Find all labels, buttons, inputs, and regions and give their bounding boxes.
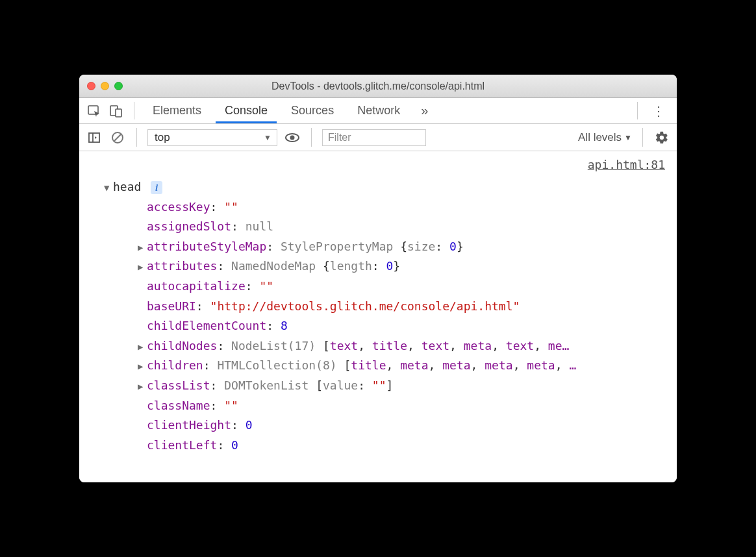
titlebar: DevTools - devtools.glitch.me/console/ap… [79, 75, 677, 98]
clear-console-icon[interactable] [109, 129, 126, 146]
filter-input[interactable] [322, 129, 426, 146]
property-key: baseURI [147, 299, 196, 313]
console-output[interactable]: api.html:81 ▼head i accessKey: ""assigne… [79, 151, 677, 482]
property-row[interactable]: childElementCount: 8 [87, 316, 669, 336]
tab-sources[interactable]: Sources [282, 98, 343, 123]
disclosure-triangle-icon[interactable]: ▶ [138, 340, 147, 355]
window-title: DevTools - devtools.glitch.me/console/ap… [79, 80, 677, 92]
devtools-tabbar: Elements Console Sources Network » ⋮ [79, 98, 677, 124]
object-root: ▼head i accessKey: ""assignedSlot: null▶… [87, 177, 669, 455]
close-window-button[interactable] [87, 82, 95, 90]
property-key: assignedSlot [147, 219, 231, 233]
divider [642, 128, 643, 147]
maximize-window-button[interactable] [114, 82, 123, 90]
property-row[interactable]: ▶attributeStyleMap: StylePropertyMap {si… [87, 237, 669, 257]
divider [136, 128, 137, 147]
console-sidebar-toggle-icon[interactable] [86, 129, 103, 146]
log-levels-selector[interactable]: All levels ▼ [578, 131, 632, 144]
property-key: childElementCount [147, 319, 266, 332]
property-key: attributes [147, 259, 217, 273]
property-key: childNodes [147, 339, 217, 353]
property-row[interactable]: assignedSlot: null [87, 217, 669, 237]
property-row[interactable]: accessKey: "" [87, 197, 669, 217]
device-toolbar-icon[interactable] [108, 103, 125, 119]
console-toolbar: top ▼ All levels ▼ [79, 124, 677, 151]
object-name: head [113, 180, 141, 193]
disclosure-triangle-icon[interactable]: ▶ [138, 359, 147, 375]
object-properties: accessKey: ""assignedSlot: null▶attribut… [87, 197, 669, 456]
minimize-window-button[interactable] [101, 82, 109, 90]
property-key: clientHeight [147, 418, 231, 432]
property-value: 0 [231, 438, 238, 452]
context-value: top [155, 131, 170, 144]
property-value: "" [224, 399, 238, 412]
source-link[interactable]: api.html:81 [588, 155, 665, 175]
levels-label: All levels [578, 131, 622, 144]
property-key: accessKey [147, 200, 210, 214]
property-value: 8 [281, 319, 288, 332]
disclosure-triangle-icon[interactable]: ▶ [138, 379, 147, 395]
svg-rect-2 [116, 109, 121, 117]
tab-console[interactable]: Console [216, 98, 277, 123]
chevron-down-icon: ▼ [264, 133, 271, 142]
svg-point-8 [290, 135, 295, 140]
property-value: 0 [246, 418, 253, 432]
inspect-element-icon[interactable] [86, 103, 103, 119]
chevron-down-icon: ▼ [624, 133, 632, 142]
disclosure-triangle-icon[interactable]: ▶ [138, 240, 147, 256]
property-key: autocapitalize [147, 279, 246, 293]
property-row[interactable]: baseURI: "http://devtools.glitch.me/cons… [87, 297, 669, 317]
divider [134, 102, 134, 119]
devtools-window: DevTools - devtools.glitch.me/console/ap… [79, 75, 677, 482]
svg-line-6 [114, 134, 121, 141]
property-row[interactable]: autocapitalize: "" [87, 277, 669, 297]
property-key: className [147, 399, 210, 412]
tabs-overflow-button[interactable]: » [414, 103, 435, 118]
console-settings-icon[interactable] [653, 129, 670, 146]
property-key: attributeStyleMap [147, 240, 266, 253]
property-row[interactable]: ▶childNodes: NodeList(17) [text, title, … [87, 336, 669, 356]
disclosure-triangle-icon[interactable]: ▶ [138, 260, 147, 275]
execution-context-selector[interactable]: top ▼ [147, 129, 277, 146]
info-badge-icon[interactable]: i [151, 181, 162, 194]
tab-elements[interactable]: Elements [144, 98, 210, 123]
property-value: "http://devtools.glitch.me/console/api.h… [210, 299, 520, 313]
tab-network[interactable]: Network [348, 98, 409, 123]
property-key: children [147, 358, 203, 372]
property-row[interactable]: ▶classList: DOMTokenList [value: ""] [87, 376, 669, 396]
disclosure-triangle-open-icon[interactable]: ▼ [104, 180, 113, 196]
property-value: "" [259, 279, 273, 293]
live-expression-icon[interactable] [284, 129, 301, 146]
property-key: classList [147, 378, 210, 392]
property-value: null [246, 219, 273, 233]
traffic-lights [87, 82, 123, 90]
object-header-row[interactable]: ▼head i [87, 177, 669, 197]
divider [311, 128, 312, 147]
property-row[interactable]: ▶children: HTMLCollection(8) [title, met… [87, 356, 669, 376]
property-row[interactable]: ▶attributes: NamedNodeMap {length: 0} [87, 256, 669, 277]
more-options-icon[interactable]: ⋮ [647, 103, 670, 119]
property-row[interactable]: clientHeight: 0 [87, 415, 669, 436]
property-row[interactable]: clientLeft: 0 [87, 436, 669, 456]
property-row[interactable]: className: "" [87, 396, 669, 416]
svg-rect-3 [89, 133, 99, 142]
divider [637, 102, 638, 119]
property-key: clientLeft [147, 438, 217, 452]
property-value: "" [224, 200, 238, 214]
